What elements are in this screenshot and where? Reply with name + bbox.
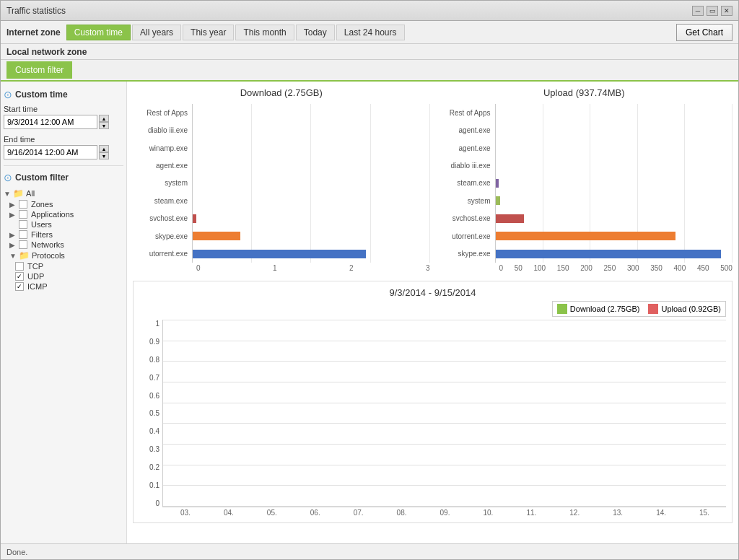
tree-item-users[interactable]: Users — [9, 219, 123, 229]
dl-label-8: utorrent.exe — [133, 246, 188, 262]
ul-bar-1 — [496, 123, 733, 139]
y-08: 0.8 — [149, 356, 159, 364]
checkbox-udp[interactable]: ✓ — [15, 272, 24, 281]
tree-item-all[interactable]: ▼ 📁 All — [4, 188, 123, 199]
y-1: 1 — [155, 320, 159, 328]
ul-bar-2 — [496, 140, 733, 156]
tree-item-networks[interactable]: ▶ Networks — [9, 240, 123, 250]
dl-bar-3 — [193, 158, 430, 174]
tree-item-icmp[interactable]: ✓ ICMP — [15, 281, 123, 292]
main-content: ⊙ Custom time Start time ▲ ▼ End time — [1, 82, 738, 543]
start-time-down[interactable]: ▼ — [99, 122, 109, 129]
tree-item-protocols[interactable]: ▼ 📁 Protocols — [9, 250, 123, 261]
custom-filter-toolbar: Custom filter — [1, 60, 738, 82]
minimize-button[interactable]: ─ — [692, 6, 704, 16]
checkbox-networks[interactable] — [19, 240, 27, 249]
start-time-field: Start time ▲ ▼ — [4, 105, 123, 129]
ul-x-8: 400 — [674, 264, 686, 272]
dl-bar-7 — [193, 228, 430, 244]
tree-arrow-networks: ▶ — [9, 241, 17, 249]
ul-bar-8 — [496, 246, 733, 262]
upload-chart-panel: Upload (937.74MB) Rest of Apps agent.exe… — [436, 87, 733, 272]
dl-x-2: 2 — [349, 264, 354, 272]
start-time-up[interactable]: ▲ — [99, 115, 109, 122]
tab-custom-time[interactable]: Custom time — [66, 25, 131, 40]
custom-filter-section-header: ⊙ Custom filter — [4, 170, 123, 185]
checkbox-applications[interactable] — [19, 210, 27, 219]
upload-bar-labels: Rest of Apps agent.exe agent.exe diablo … — [436, 104, 495, 263]
dl-label-5: steam.exe — [133, 193, 188, 209]
end-time-up[interactable]: ▲ — [99, 145, 109, 152]
y-09: 0.9 — [149, 338, 159, 346]
tree-label-networks: Networks — [31, 240, 64, 249]
download-chart-title: Download (2.75GB) — [133, 87, 430, 98]
tree-item-filters[interactable]: ▶ Filters — [9, 229, 123, 240]
y-03: 0.3 — [149, 445, 159, 453]
tab-all-years[interactable]: All years — [132, 25, 181, 40]
ul-bar-0 — [496, 105, 733, 121]
ul-label-2: agent.exe — [436, 140, 491, 156]
tree-label-applications: Applications — [31, 210, 74, 219]
ul-bar-3 — [496, 158, 733, 174]
x-10: 10. — [483, 509, 493, 517]
restore-button[interactable]: ▭ — [707, 6, 718, 16]
ul-bar-6 — [496, 211, 733, 227]
tree-arrow-filters: ▶ — [9, 231, 17, 239]
bottom-chart-area: 9/3/2014 - 9/15/2014 Download (2.75GB) U… — [133, 281, 733, 523]
end-time-input-container: ▲ ▼ — [4, 145, 123, 159]
window-title: Traffic statistics — [6, 6, 66, 16]
checkbox-icmp[interactable]: ✓ — [15, 282, 24, 291]
tab-last-24h[interactable]: Last 24 hours — [336, 25, 405, 40]
download-bar-labels: Rest of Apps diablo iii.exe winamp.exe a… — [133, 104, 192, 263]
close-button[interactable]: ✕ — [721, 6, 733, 16]
bottom-chart-title: 9/3/2014 - 9/15/2014 — [139, 287, 726, 298]
x-03: 03. — [180, 509, 191, 517]
end-time-input[interactable] — [4, 145, 97, 159]
dl-x-1: 1 — [273, 264, 277, 272]
download-x-axis: 0 1 2 3 — [133, 263, 430, 272]
tree-item-tcp[interactable]: TCP — [15, 261, 123, 271]
download-chart: Rest of Apps diablo iii.exe winamp.exe a… — [133, 104, 430, 272]
checkbox-filters[interactable] — [19, 230, 27, 239]
end-time-label: End time — [4, 135, 123, 144]
end-time-down[interactable]: ▼ — [99, 152, 109, 159]
local-zone-label: Local network zone — [6, 47, 87, 57]
tab-this-year[interactable]: This year — [183, 25, 234, 40]
tree-item-zones[interactable]: ▶ Zones — [9, 199, 123, 209]
sidebar: ⊙ Custom time Start time ▲ ▼ End time — [1, 82, 127, 543]
tab-today[interactable]: Today — [296, 25, 335, 40]
x-11: 11. — [526, 509, 536, 517]
tree-label-all: All — [26, 189, 35, 198]
chart-legend: Download (2.75GB) Upload (0.92GB) — [552, 301, 726, 317]
tab-this-month[interactable]: This month — [235, 25, 294, 40]
checkbox-tcp[interactable] — [15, 262, 24, 271]
ul-x-4: 200 — [580, 264, 592, 272]
checkbox-zones[interactable] — [19, 200, 27, 209]
legend-download-label: Download (2.75GB) — [570, 305, 640, 313]
tree-item-udp[interactable]: ✓ UDP — [15, 271, 123, 281]
y-07: 0.7 — [149, 374, 159, 382]
tree-label-udp: UDP — [27, 272, 44, 281]
ul-x-7: 350 — [650, 264, 663, 272]
upload-chart-body: Rest of Apps agent.exe agent.exe diablo … — [436, 104, 733, 263]
x-15: 15. — [699, 509, 709, 517]
collapse-icon[interactable]: ⊙ — [4, 89, 12, 100]
custom-filter-button[interactable]: Custom filter — [6, 61, 72, 79]
download-chart-panel: Download (2.75GB) Rest of Apps diablo ii… — [133, 87, 430, 272]
start-time-label: Start time — [4, 105, 123, 113]
ul-label-5: system — [436, 193, 491, 209]
x-09: 09. — [440, 509, 450, 517]
start-time-input[interactable] — [4, 115, 97, 129]
tree-label-filters: Filters — [31, 230, 53, 239]
dl-bar-5 — [193, 193, 430, 209]
x-07: 07. — [354, 509, 364, 517]
ul-bar-7 — [496, 228, 733, 244]
x-05: 05. — [267, 509, 277, 517]
get-chart-button[interactable]: Get Chart — [676, 24, 733, 41]
tree-label-protocols: Protocols — [32, 251, 65, 260]
ul-x-1: 50 — [515, 264, 522, 272]
filter-collapse-icon[interactable]: ⊙ — [4, 172, 12, 183]
tree-item-applications[interactable]: ▶ Applications — [9, 209, 123, 219]
checkbox-users[interactable] — [19, 220, 27, 229]
tree-arrow-protocols: ▼ — [9, 252, 17, 260]
